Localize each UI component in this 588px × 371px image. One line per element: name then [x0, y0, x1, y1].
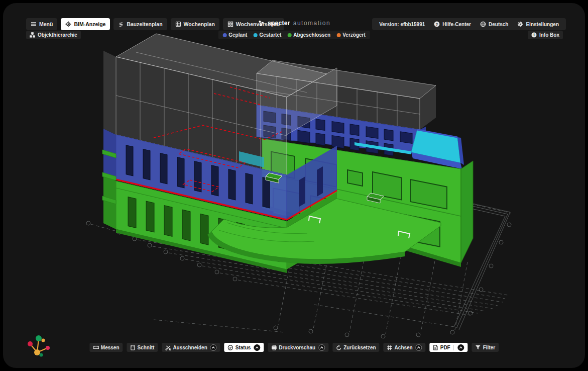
settings-button[interactable]: Einstellungen — [517, 21, 559, 27]
pdf-button[interactable]: PDF — [430, 343, 468, 352]
pdf-divider — [453, 345, 454, 350]
tab-bim-anzeige[interactable]: BIM-Anzeige — [61, 18, 110, 30]
ausschneiden-label: Ausschneiden — [173, 345, 207, 350]
geplant-dot — [222, 33, 226, 37]
globe-icon — [480, 21, 486, 27]
zuruecksetzen-label: Zurücksetzen — [343, 345, 376, 350]
top-right-bar: Version: efbb15991 ? Hilfe-Center Deutsc… — [372, 18, 566, 30]
status-legend: Geplant Gestartet Abgeschlossen Verzöger… — [218, 31, 370, 39]
object-hierarchy-button[interactable]: Objekthierarchie — [26, 31, 81, 39]
abgeschlossen-dot — [287, 33, 291, 37]
object-hierarchy-label: Objekthierarchie — [38, 32, 77, 38]
info-box-label: Info Box — [539, 32, 559, 38]
info-icon: i — [531, 32, 537, 38]
tab-bauzeitenplan-label: Bauzeitenplan — [127, 21, 162, 27]
app-window: Menü BIM-Anzeige Bauzeitenplan Wochenpla… — [3, 3, 585, 368]
status-toggle-button[interactable] — [254, 344, 260, 351]
brand-logo-icon — [258, 20, 265, 27]
hierarchy-icon — [30, 32, 35, 38]
week-preview-icon — [227, 21, 233, 27]
status-button[interactable]: Status — [224, 343, 264, 352]
settings-label: Einstellungen — [526, 22, 559, 27]
legend-item-abgeschlossen: Abgeschlossen — [287, 32, 330, 38]
bottom-toolbar: Messen Schnitt Ausschneiden Status — [89, 343, 499, 352]
messen-label: Messen — [101, 345, 120, 350]
axes-grid-icon — [387, 345, 393, 350]
ruler-icon — [93, 345, 99, 350]
secondary-left: Objekthierarchie — [26, 31, 81, 39]
tab-bim-anzeige-label: BIM-Anzeige — [74, 21, 105, 27]
bim-display-icon — [65, 21, 71, 27]
filter-label: Filter — [483, 345, 495, 350]
language-button[interactable]: Deutsch — [480, 21, 508, 27]
version-label: Version: efbb15991 — [379, 22, 425, 27]
status-label: Status — [236, 345, 251, 350]
brand: specter automation — [258, 20, 330, 27]
tab-wochenplan-label: Wochenplan — [184, 21, 215, 27]
specter-brandmark-icon — [25, 334, 51, 360]
achsen-label: Achsen — [395, 345, 413, 350]
brand-name: specter — [268, 20, 290, 27]
pdf-toggle-button[interactable] — [458, 344, 464, 351]
verzoegert-label: Verzögert — [342, 32, 366, 38]
zuruecksetzen-button[interactable]: Zurücksetzen — [332, 343, 379, 352]
help-icon: ? — [434, 21, 440, 27]
brand-suffix: automation — [293, 20, 330, 27]
svg-text:i: i — [533, 33, 534, 37]
reset-icon — [336, 345, 341, 350]
gestartet-dot — [253, 33, 257, 37]
tab-wochenplan[interactable]: Wochenplan — [171, 18, 219, 30]
druckvorschau-toggle-button[interactable] — [318, 344, 325, 351]
achsen-button[interactable]: Achsen — [384, 343, 426, 352]
bim-viewport[interactable] — [3, 3, 585, 368]
menu-icon — [31, 21, 37, 27]
legend-item-gestartet: Gestartet — [253, 32, 281, 38]
ausschneiden-toggle-button[interactable] — [210, 344, 217, 351]
abgeschlossen-label: Abgeschlossen — [293, 32, 330, 38]
pdf-icon — [433, 345, 438, 350]
schnitt-button[interactable]: Schnitt — [127, 343, 158, 352]
week-table-icon — [175, 21, 181, 27]
info-box-button[interactable]: i Info Box — [528, 31, 563, 39]
legend-item-verzoegert: Verzögert — [336, 32, 366, 38]
pdf-label: PDF — [440, 345, 450, 350]
legend-item-geplant: Geplant — [222, 32, 247, 38]
scissors-icon — [165, 345, 171, 350]
status-check-icon — [228, 345, 233, 350]
printer-icon — [271, 345, 277, 350]
verzoegert-dot — [336, 33, 340, 37]
help-center-label: Hilfe-Center — [442, 22, 471, 27]
gestartet-label: Gestartet — [259, 32, 281, 38]
top-navigation: Menü BIM-Anzeige Bauzeitenplan Wochenpla… — [26, 18, 284, 30]
svg-text:?: ? — [436, 22, 438, 27]
infobox-wrap: i Info Box — [528, 31, 563, 39]
filter-button[interactable]: Filter — [472, 343, 499, 352]
menu-button[interactable]: Menü — [26, 18, 57, 30]
messen-button[interactable]: Messen — [89, 343, 123, 352]
gear-icon — [517, 21, 523, 27]
language-label: Deutsch — [489, 22, 508, 27]
tab-bauzeitenplan[interactable]: Bauzeitenplan — [113, 18, 167, 30]
help-center-button[interactable]: ? Hilfe-Center — [434, 21, 471, 27]
filter-icon — [476, 345, 481, 350]
schnitt-label: Schnitt — [138, 345, 155, 350]
section-icon — [131, 345, 136, 350]
achsen-toggle-button[interactable] — [416, 344, 422, 351]
geplant-label: Geplant — [228, 32, 247, 38]
layers-icon — [118, 21, 124, 27]
druckvorschau-button[interactable]: Druckvorschau — [268, 343, 328, 352]
druckvorschau-label: Druckvorschau — [279, 345, 315, 350]
ausschneiden-button[interactable]: Ausschneiden — [162, 343, 220, 352]
menu-label: Menü — [39, 21, 53, 27]
